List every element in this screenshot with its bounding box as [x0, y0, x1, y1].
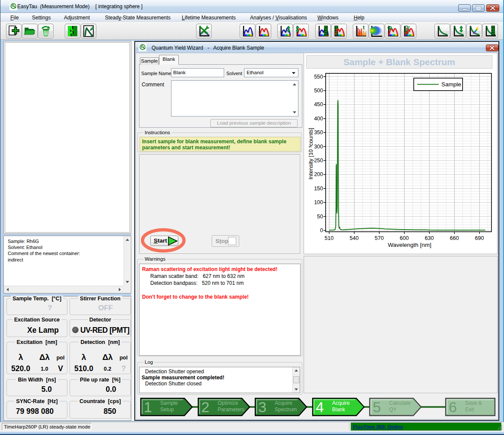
svg-text:t: t: [363, 25, 365, 31]
svg-text:F: F: [391, 28, 393, 32]
